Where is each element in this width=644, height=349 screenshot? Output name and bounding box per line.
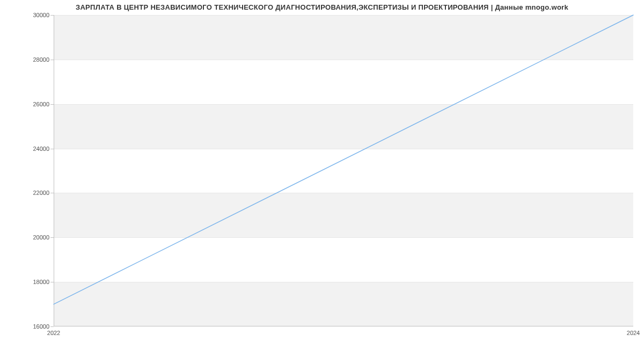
chart-container: ЗАРПЛАТА В ЦЕНТР НЕЗАВИСИМОГО ТЕХНИЧЕСКО… — [0, 0, 644, 349]
y-tick-label: 28000 — [6, 56, 49, 63]
x-tick-label: 2022 — [47, 330, 60, 336]
y-tick-label: 24000 — [6, 146, 49, 152]
y-tick-label: 16000 — [6, 323, 49, 330]
y-tick-label: 22000 — [6, 190, 49, 196]
y-tick-mark — [50, 326, 54, 327]
y-tick-label: 20000 — [6, 234, 49, 241]
y-tick-label: 18000 — [6, 279, 49, 285]
chart-title: ЗАРПЛАТА В ЦЕНТР НЕЗАВИСИМОГО ТЕХНИЧЕСКО… — [0, 3, 644, 11]
plot-area — [54, 15, 633, 326]
y-tick-label: 26000 — [6, 101, 49, 107]
x-tick-label: 2024 — [627, 330, 640, 336]
series-line — [54, 15, 633, 326]
y-tick-label: 30000 — [6, 12, 49, 18]
